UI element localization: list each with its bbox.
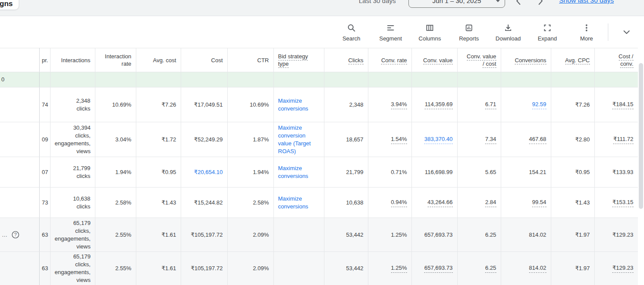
cell-conv_rate[interactable]: 1.54%: [368, 122, 411, 157]
column-header-interactions[interactable]: Interactions: [50, 48, 95, 72]
date-range-value: Jun 1 – 30, 2025: [432, 0, 481, 4]
cell-cost_per_conv[interactable]: ₹129.23: [594, 252, 638, 285]
cell-impr: 63: [39, 252, 50, 285]
cell-value: 65,179 clicks, engagements, views: [55, 219, 91, 251]
cell-value: 73: [42, 199, 48, 207]
cell-conv_rate[interactable]: 0.94%: [368, 188, 411, 218]
cell-value: 0.94%: [391, 198, 407, 207]
cell-avg_cpc: ₹1.97: [551, 218, 594, 252]
next-period-button[interactable]: [536, 0, 545, 6]
reports-button[interactable]: Reports: [449, 23, 489, 42]
cell-value: ₹20,654.10: [194, 168, 223, 176]
chevron-down-icon: [621, 27, 632, 38]
cell-frozen: [0, 87, 39, 122]
cell-ctr: 1.87%: [227, 122, 273, 157]
column-header-interaction_rate[interactable]: Interactionrate: [95, 48, 136, 72]
cell-value: 3.04%: [115, 136, 131, 144]
cell-conversions: [501, 72, 551, 87]
cell-conv_value_per_cost[interactable]: 7.34: [457, 122, 501, 157]
vertical-scrollbar-thumb[interactable]: [639, 63, 643, 209]
column-header-conv_rate[interactable]: Conv. rate: [368, 48, 411, 72]
cell-interaction_rate: 1.94%: [95, 157, 136, 188]
column-header-label: Bid strategy: [278, 53, 308, 60]
column-header-cost[interactable]: Cost: [181, 48, 227, 72]
column-header-bid_strategy_type[interactable]: Bid strategytype: [273, 48, 324, 72]
cell-value: ₹184.15: [612, 101, 633, 109]
cell-conv_value[interactable]: 657,693.73: [411, 252, 457, 285]
cell-bid_strategy_type: [273, 72, 324, 87]
columns-button[interactable]: Columns: [410, 23, 449, 42]
vertical-scrollbar-track[interactable]: [638, 16, 644, 285]
column-header-avg_cpc[interactable]: Avg. CPC: [551, 48, 594, 72]
search-button[interactable]: Search: [332, 23, 371, 42]
cell-value: ₹129.23: [612, 264, 633, 273]
campaigns-tab[interactable]: gns: [0, 0, 19, 10]
cell-conv_rate[interactable]: 3.94%: [368, 87, 411, 122]
cell-cost[interactable]: ₹20,654.10: [181, 157, 227, 188]
cell-conv_value_per_cost[interactable]: 6.25: [457, 252, 501, 285]
download-icon: [504, 23, 513, 32]
cell-conv_rate[interactable]: 1.25%: [368, 252, 411, 285]
cell-interactions: 65,179 clicks, engagements, views: [50, 218, 95, 252]
cell-conversions[interactable]: 99.54: [501, 188, 551, 218]
expand-label: Expand: [538, 35, 557, 42]
expand-button[interactable]: Expand: [528, 23, 567, 42]
help-icon[interactable]: ?: [11, 231, 20, 239]
cell-bid_strategy_type[interactable]: Maximize conversions: [273, 157, 324, 188]
column-header-ctr[interactable]: CTR: [227, 48, 273, 72]
cell-bid_strategy_type[interactable]: Maximize conversions: [273, 87, 324, 122]
table-row: 7310,638 clicks2.58%₹1.43₹15,244.822.58%…: [0, 188, 638, 218]
previous-period-button[interactable]: [514, 0, 523, 6]
column-header-cost_per_conv[interactable]: Cost /conv.: [594, 48, 638, 72]
column-header-impr[interactable]: pr.: [39, 48, 50, 72]
cell-avg_cost: ₹1.61: [136, 218, 181, 252]
cell-value: 1.25%: [391, 231, 407, 239]
cell-conversions[interactable]: 467.68: [501, 122, 551, 157]
cell-clicks: 18,657: [324, 122, 368, 157]
cell-cost_per_conv[interactable]: ₹184.15: [594, 87, 638, 122]
cell-bid_strategy_type[interactable]: Maximize conversions: [273, 188, 324, 218]
more-button[interactable]: More: [567, 23, 606, 42]
cell-conv_value[interactable]: 114,359.69: [411, 87, 457, 122]
cell-value: ₹153.15: [612, 198, 633, 207]
cell-clicks: [324, 72, 368, 87]
cell-conv_value_per_cost[interactable]: 2.84: [457, 188, 501, 218]
column-header-conv_value_per_cost[interactable]: Conv. value/ cost: [457, 48, 501, 72]
cell-conv_value: 116,698.99: [411, 157, 457, 188]
cell-frozen[interactable]: …?: [0, 218, 39, 252]
column-header-conv_value[interactable]: Conv. value: [411, 48, 457, 72]
segment-button[interactable]: Segment: [371, 23, 410, 42]
cell-conversions[interactable]: 92.59: [501, 87, 551, 122]
cell-value: ₹7.26: [575, 101, 590, 109]
date-range-picker[interactable]: Jun 1 – 30, 2025: [408, 0, 505, 8]
column-header-avg_cost[interactable]: Avg. cost: [136, 48, 181, 72]
column-header-frozen: [0, 48, 39, 72]
cell-interactions: [50, 72, 95, 87]
cell-conversions[interactable]: 814.02: [501, 252, 551, 285]
cell-value: 07: [42, 168, 48, 176]
column-header-label: type: [278, 60, 289, 68]
cell-cost_per_conv: ₹133.93: [594, 157, 638, 188]
column-header-label: conv.: [620, 60, 633, 68]
cell-cost_per_conv[interactable]: ₹153.15: [594, 188, 638, 218]
column-header-label: Clicks: [348, 57, 364, 64]
column-header-clicks[interactable]: Clicks: [324, 48, 368, 72]
cell-conv_value[interactable]: 43,264.66: [411, 188, 457, 218]
cell-interactions: 10,638 clicks: [50, 188, 95, 218]
cell-value: 92.59: [532, 101, 546, 109]
total-row: 6365,179 clicks, engagements, views2.55%…: [0, 252, 638, 285]
cell-conv_value[interactable]: 383,370.40: [411, 122, 457, 157]
cell-conv_value_per_cost: [457, 72, 501, 87]
column-header-conversions[interactable]: Conversions: [501, 48, 551, 72]
cell-value: 6.25: [485, 231, 496, 239]
cell-conv_value_per_cost[interactable]: 6.71: [457, 87, 501, 122]
cell-bid_strategy_type[interactable]: Maximize conversion value (Target ROAS): [273, 122, 324, 157]
cell-cost: ₹52,249.29: [181, 122, 227, 157]
cell-cost_per_conv[interactable]: ₹111.72: [594, 122, 638, 157]
cell-clicks: 2,348: [324, 87, 368, 122]
cell-value: 10.69%: [250, 101, 269, 109]
column-header-label: rate: [121, 60, 131, 67]
download-button[interactable]: Download: [489, 23, 528, 42]
column-header-label: Avg. cost: [153, 57, 176, 64]
show-last-30-days-link[interactable]: Show last 30 days: [559, 0, 614, 4]
